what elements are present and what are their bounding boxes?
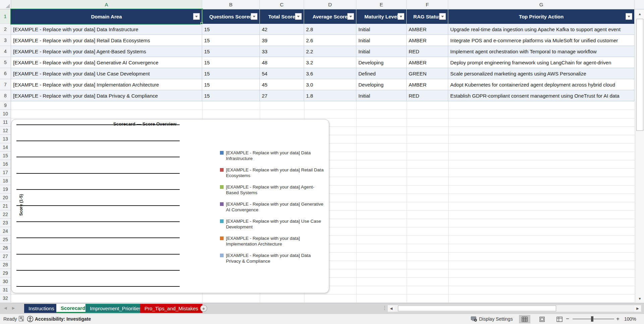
- filter-dropdown-button[interactable]: [347, 13, 354, 20]
- scroll-down-arrow-icon[interactable]: ▼: [636, 294, 644, 303]
- row-header-8[interactable]: 8: [0, 90, 11, 101]
- table-cell[interactable]: Initial: [356, 46, 407, 57]
- zoom-slider-track[interactable]: [573, 319, 614, 319]
- table-cell[interactable]: Adopt Kubernetes for containerized agent…: [448, 79, 635, 90]
- table-cell[interactable]: 2.8: [304, 24, 356, 35]
- table-cell[interactable]: 15: [202, 68, 260, 79]
- table-cell[interactable]: AMBER: [407, 35, 448, 46]
- row-header-23[interactable]: 23: [0, 219, 11, 227]
- table-cell[interactable]: Deploy prompt engineering framework usin…: [448, 57, 635, 68]
- row-header-27[interactable]: 27: [0, 252, 11, 261]
- table-cell[interactable]: 2.2: [304, 46, 356, 57]
- table-cell[interactable]: [EXAMPLE - Replace with your data] Agent…: [11, 46, 202, 57]
- filter-dropdown-button[interactable]: [439, 13, 446, 20]
- row-header-6[interactable]: 6: [0, 68, 11, 79]
- legend-item[interactable]: [EXAMPLE - Replace with your data] Agent…: [220, 184, 327, 196]
- table-cell[interactable]: 33: [260, 46, 304, 57]
- column-header-C[interactable]: C: [260, 0, 304, 9]
- table-cell[interactable]: 15: [202, 46, 260, 57]
- row-header-9[interactable]: 9: [0, 101, 11, 110]
- table-cell[interactable]: AMBER: [407, 79, 448, 90]
- table-cell[interactable]: RED: [407, 90, 448, 101]
- scroll-up-arrow-icon[interactable]: ▲: [636, 9, 644, 18]
- zoom-in-button[interactable]: +: [616, 316, 620, 322]
- row-header-28[interactable]: 28: [0, 261, 11, 269]
- scrollbar-resize-grip[interactable]: ⋮: [382, 305, 387, 311]
- table-cell[interactable]: Defined: [356, 68, 407, 79]
- column-header-D[interactable]: D: [304, 0, 356, 9]
- table-cell[interactable]: RED: [407, 46, 448, 57]
- filter-dropdown-button[interactable]: [398, 13, 404, 20]
- row-header-32[interactable]: 32: [0, 294, 11, 303]
- zoom-level[interactable]: 100%: [624, 316, 636, 322]
- table-cell[interactable]: Scale personalized marketing agents usin…: [448, 68, 635, 79]
- horizontal-scrollbar-thumb[interactable]: [398, 306, 556, 311]
- table-cell[interactable]: 48: [260, 57, 304, 68]
- row-header-20[interactable]: 20: [0, 194, 11, 202]
- legend-item[interactable]: [EXAMPLE - Replace with your data] Retai…: [220, 167, 327, 178]
- row-header-30[interactable]: 30: [0, 277, 11, 286]
- select-all-button[interactable]: [0, 0, 11, 9]
- table-cell[interactable]: Implement agent orchestration with Tempo…: [448, 46, 635, 57]
- legend-item[interactable]: [EXAMPLE - Replace with your data] Use C…: [220, 218, 327, 230]
- row-header-3[interactable]: 3: [0, 35, 11, 46]
- page-layout-view-button[interactable]: [536, 315, 548, 323]
- page-break-preview-button[interactable]: [554, 315, 565, 323]
- row-header-5[interactable]: 5: [0, 57, 11, 68]
- row-header-7[interactable]: 7: [0, 79, 11, 90]
- scroll-left-arrow-icon[interactable]: ◀: [388, 305, 395, 312]
- table-cell[interactable]: [EXAMPLE - Replace with your data] Data …: [11, 24, 202, 35]
- table-cell[interactable]: Developing: [356, 57, 407, 68]
- row-header-26[interactable]: 26: [0, 244, 11, 252]
- table-cell[interactable]: Upgrade real-time data ingestion using A…: [448, 24, 635, 35]
- column-header-A[interactable]: A: [11, 0, 202, 9]
- table-cell[interactable]: 2.6: [304, 35, 356, 46]
- table-cell[interactable]: 45: [260, 79, 304, 90]
- tab-instructions[interactable]: Instructions: [24, 304, 59, 313]
- table-cell[interactable]: AMBER: [407, 57, 448, 68]
- table-cell[interactable]: Establish GDPR-compliant consent managem…: [448, 90, 635, 101]
- table-cell[interactable]: AMBER: [407, 24, 448, 35]
- table-cell[interactable]: Integrate POS and e-commerce platforms v…: [448, 35, 635, 46]
- table-cell[interactable]: 3.2: [304, 57, 356, 68]
- row-header-15[interactable]: 15: [0, 152, 11, 160]
- table-cell[interactable]: Developing: [356, 79, 407, 90]
- legend-item[interactable]: [EXAMPLE - Replace with your data] Data …: [220, 253, 327, 264]
- display-settings-button[interactable]: Display Settings: [479, 316, 513, 322]
- table-cell[interactable]: 54: [260, 68, 304, 79]
- tab-pro_tips_and_mistakes[interactable]: Pro_Tips_and_Mistakes: [140, 304, 202, 313]
- table-cell[interactable]: [EXAMPLE - Replace with your data] Retai…: [11, 35, 202, 46]
- table-cell[interactable]: 3.6: [304, 68, 356, 79]
- macro-record-icon[interactable]: [19, 316, 24, 321]
- row-header-12[interactable]: 12: [0, 126, 11, 135]
- fill-handle[interactable]: [200, 22, 203, 24]
- table-cell[interactable]: GREEN: [407, 68, 448, 79]
- row-header-29[interactable]: 29: [0, 269, 11, 277]
- row-header-21[interactable]: 21: [0, 202, 11, 210]
- filter-dropdown-button[interactable]: [295, 13, 302, 20]
- column-header-B[interactable]: B: [202, 0, 260, 9]
- column-header-F[interactable]: F: [407, 0, 448, 9]
- legend-item[interactable]: [EXAMPLE - Replace with your data] Gener…: [220, 201, 327, 213]
- table-cell[interactable]: 15: [202, 90, 260, 101]
- table-cell[interactable]: [EXAMPLE - Replace with your data] Imple…: [11, 79, 202, 90]
- table-cell[interactable]: 15: [202, 57, 260, 68]
- row-header-24[interactable]: 24: [0, 227, 11, 235]
- table-cell[interactable]: 15: [202, 24, 260, 35]
- row-header-16[interactable]: 16: [0, 160, 11, 168]
- table-cell[interactable]: [EXAMPLE - Replace with your data] Use C…: [11, 68, 202, 79]
- filter-dropdown-button[interactable]: [626, 13, 632, 20]
- row-header-14[interactable]: 14: [0, 143, 11, 152]
- accessibility-status[interactable]: Accessibility: Investigate: [35, 316, 91, 322]
- row-header-11[interactable]: 11: [0, 118, 11, 126]
- row-header-13[interactable]: 13: [0, 135, 11, 143]
- row-header-4[interactable]: 4: [0, 46, 11, 57]
- row-header-25[interactable]: 25: [0, 235, 11, 244]
- legend-item[interactable]: [EXAMPLE - Replace with your data] Imple…: [220, 235, 327, 247]
- table-cell[interactable]: 42: [260, 24, 304, 35]
- row-header-2[interactable]: 2: [0, 24, 11, 35]
- table-cell[interactable]: 1.8: [304, 90, 356, 101]
- table-cell[interactable]: [EXAMPLE - Replace with your data] Gener…: [11, 57, 202, 68]
- filter-dropdown-button[interactable]: [251, 13, 257, 20]
- new-sheet-button[interactable]: +: [200, 305, 207, 312]
